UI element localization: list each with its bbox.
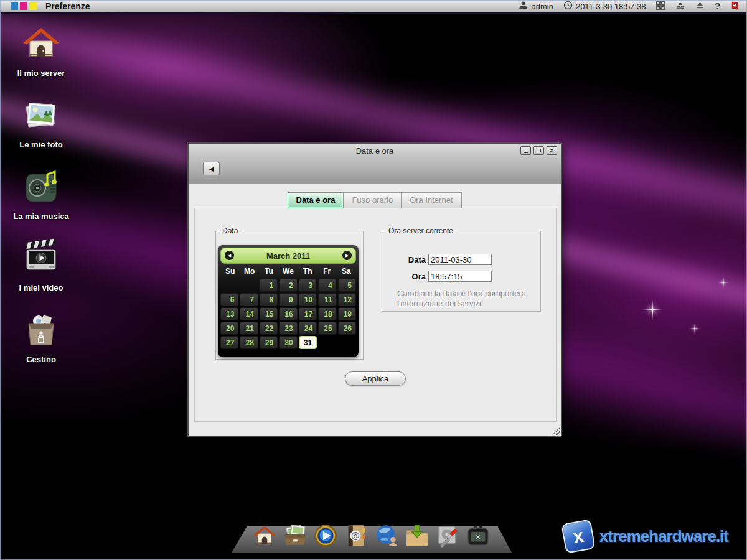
- trash-icon: [21, 310, 61, 352]
- minimize-button[interactable]: [520, 146, 531, 155]
- dock-web-icon[interactable]: [374, 523, 400, 549]
- maximize-button[interactable]: [533, 146, 544, 155]
- eject-icon[interactable]: [695, 1, 705, 12]
- calendar-day-cell[interactable]: 9: [279, 293, 297, 306]
- dialog-header[interactable]: Data e ora ✕ ◀: [189, 144, 561, 184]
- calendar-day-cell[interactable]: 13: [220, 307, 238, 320]
- datetime-label: 2011-3-30 18:57:38: [576, 2, 646, 11]
- service-interruption-note: Cambiare la data e l'ora comporterà l'in…: [397, 289, 533, 309]
- svg-text:✕: ✕: [476, 533, 481, 541]
- dock-toolbox-icon[interactable]: ✕: [465, 523, 491, 549]
- calendar-day-cell[interactable]: 17: [299, 307, 317, 320]
- photos-icon: [21, 95, 61, 138]
- tab-ora-internet[interactable]: Ora Internet: [401, 192, 461, 208]
- calendar-day-cell[interactable]: 15: [260, 307, 278, 320]
- calendar-day-cell[interactable]: 1: [260, 279, 278, 292]
- close-button[interactable]: ✕: [547, 146, 557, 155]
- dock-address-book-icon[interactable]: @: [343, 523, 369, 549]
- calendar-day-cell[interactable]: 20: [220, 322, 238, 335]
- calendar-month-label: March 2011: [266, 251, 310, 261]
- calendar-day-cell[interactable]: 7: [240, 293, 258, 306]
- server-time-group: Ora server corrente Data Ora Cambiare la…: [382, 226, 541, 312]
- calendar-day-cell[interactable]: 4: [318, 279, 336, 292]
- tab-data-e-ora[interactable]: Data e ora: [288, 192, 344, 208]
- logo-magenta-square: [20, 2, 27, 10]
- dock-photos-icon[interactable]: [282, 523, 308, 549]
- server-time-legend: Ora server corrente: [386, 226, 456, 235]
- calendar-day-cell: [318, 336, 336, 349]
- sparkle-star: [651, 309, 654, 311]
- logo-yellow-square: [29, 2, 37, 10]
- weekday-label: Fr: [317, 267, 337, 276]
- calendar-day-cell[interactable]: 11: [318, 293, 336, 306]
- taskbar-stack-icon[interactable]: [675, 1, 685, 12]
- desktop-icon-trash[interactable]: Cestino: [11, 310, 71, 364]
- desktop-icon-my-server[interactable]: Il mio server: [11, 24, 71, 78]
- help-button[interactable]: ?: [715, 1, 720, 11]
- brand-logo: [11, 2, 37, 10]
- weekday-label: We: [278, 267, 298, 276]
- calendar-day-cell[interactable]: 12: [338, 293, 356, 306]
- user-menu[interactable]: admin: [519, 1, 553, 12]
- calendar-day-cell[interactable]: 24: [299, 322, 317, 335]
- apply-button[interactable]: Applica: [345, 371, 406, 386]
- dock-disk-utility-icon[interactable]: [435, 523, 461, 549]
- desktop-icon-my-music[interactable]: La mia musica: [11, 167, 71, 221]
- calendar-day-cell[interactable]: 29: [260, 336, 278, 349]
- weekday-label: Su: [220, 267, 240, 276]
- date-time-dialog: Data e ora ✕ ◀ Data e ora Fuso orario Or…: [187, 142, 562, 437]
- calendar-day-cell[interactable]: 27: [220, 336, 238, 349]
- date-group: Data ◀ March 2011 ▶ Su Mo Tu We Th Fr Sa: [215, 226, 364, 360]
- note-line-2: l'interruzione dei servizi.: [397, 299, 483, 308]
- tab-fuso-orario[interactable]: Fuso orario: [343, 192, 402, 208]
- home-icon: [21, 24, 61, 66]
- calendar-next-icon[interactable]: ▶: [342, 251, 352, 260]
- calendar-header: ◀ March 2011 ▶: [220, 248, 356, 264]
- dock: @ ✕: [251, 523, 491, 549]
- calendar-day-cell[interactable]: 18: [318, 307, 336, 320]
- calendar-grid: 1 2 3 4 5 6 7 8 9 10 11 12 13 14 15 16 1: [220, 279, 356, 349]
- resize-handle[interactable]: [552, 427, 560, 435]
- calendar-day-cell[interactable]: 16: [279, 307, 297, 320]
- calendar-day-cell-selected[interactable]: 31: [299, 336, 317, 349]
- calendar-day-cell[interactable]: 5: [338, 279, 356, 292]
- calendar-prev-icon[interactable]: ◀: [225, 251, 234, 260]
- calendar-day-cell[interactable]: 25: [318, 322, 336, 335]
- maximize-icon: [537, 149, 541, 152]
- calendar-day-cell[interactable]: 26: [338, 322, 356, 335]
- back-button[interactable]: ◀: [203, 162, 220, 175]
- dock-download-icon[interactable]: [404, 523, 430, 549]
- calendar-day-cell[interactable]: 14: [240, 307, 258, 320]
- server-time-input[interactable]: [428, 271, 492, 282]
- server-date-input[interactable]: [428, 254, 492, 265]
- music-icon: [21, 167, 61, 209]
- calendar-day-cell[interactable]: 8: [260, 293, 278, 306]
- weekday-label: Sa: [337, 267, 356, 276]
- calendar-day-cell[interactable]: 10: [299, 293, 317, 306]
- calendar-day-cell[interactable]: 28: [240, 336, 258, 349]
- logout-icon[interactable]: [730, 1, 740, 12]
- calendar-day-cell[interactable]: 2: [279, 279, 297, 292]
- calendar-day-cell[interactable]: 22: [260, 322, 278, 335]
- desktop-icon-my-photos[interactable]: Le mie foto: [11, 95, 71, 149]
- minimize-icon: [524, 152, 528, 153]
- calendar-day-cell[interactable]: 23: [279, 322, 297, 335]
- calendar-day-cell[interactable]: 6: [220, 293, 238, 306]
- desktop-icon-my-videos[interactable]: I miei video: [11, 238, 71, 292]
- menubar-title: Preferenze: [45, 1, 90, 11]
- note-line-1: Cambiare la data e l'ora comporterà: [397, 289, 526, 298]
- svg-text:@: @: [351, 531, 360, 541]
- dock-home-icon[interactable]: [251, 523, 278, 549]
- calendar-day-cell[interactable]: 3: [299, 279, 317, 292]
- calendar-day-cell[interactable]: 21: [240, 322, 258, 335]
- calendar-day-cell[interactable]: 30: [279, 336, 297, 349]
- sparkle-star: [694, 328, 695, 329]
- weekday-label: Th: [298, 267, 317, 276]
- user-icon: [519, 1, 528, 12]
- apps-grid-icon[interactable]: [655, 1, 665, 12]
- server-time-label: Ora: [382, 272, 426, 281]
- dock-media-player-icon[interactable]: [312, 523, 339, 549]
- clock-icon: [563, 1, 573, 12]
- calendar-weekday-row: Su Mo Tu We Th Fr Sa: [220, 264, 356, 279]
- calendar-day-cell[interactable]: 19: [338, 307, 356, 320]
